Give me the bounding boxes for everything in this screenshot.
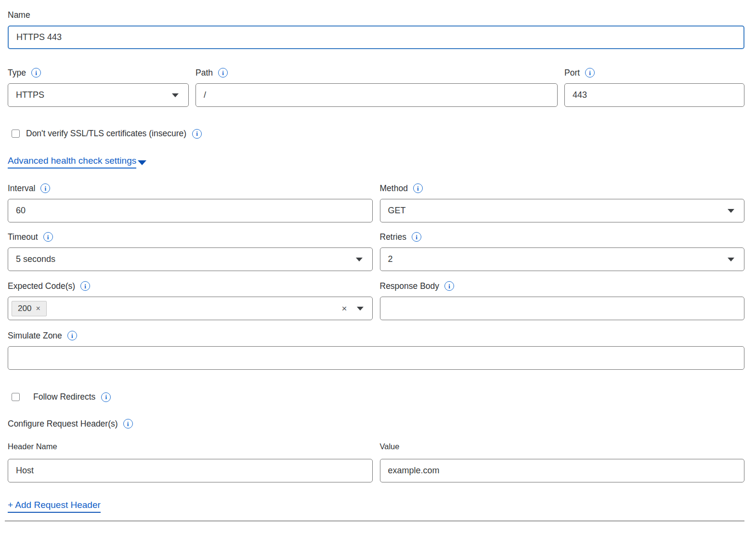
- follow-redirects-label: Follow Redirects: [33, 392, 95, 402]
- port-info-icon[interactable]: i: [585, 68, 595, 78]
- port-input[interactable]: [564, 83, 744, 107]
- response-body-input[interactable]: [380, 297, 745, 320]
- remove-tag-icon[interactable]: ×: [36, 305, 40, 312]
- type-path-port-row: Type i HTTPS Path i Port i: [8, 67, 744, 107]
- add-request-header-link[interactable]: + Add Request Header: [8, 500, 101, 513]
- timeout-label: Timeout: [8, 232, 38, 242]
- interval-method-row: Interval i Method i GET: [8, 183, 744, 222]
- section-divider: [5, 520, 744, 521]
- path-info-icon[interactable]: i: [218, 68, 228, 78]
- simulate-zone-input[interactable]: [8, 346, 744, 370]
- method-label-row: Method i: [380, 183, 745, 194]
- multiselect-controls: ×: [341, 304, 363, 313]
- expected-codes-field-group: Expected Code(s) i 200 × ×: [8, 281, 373, 320]
- port-label-row: Port i: [564, 67, 744, 78]
- follow-redirects-checkbox[interactable]: [12, 393, 20, 401]
- interval-input[interactable]: [8, 199, 373, 222]
- retries-select-value: 2: [388, 254, 393, 264]
- request-headers-label-row: Configure Request Header(s) i: [8, 418, 744, 429]
- advanced-settings-link-label: Advanced health check settings: [8, 156, 136, 169]
- interval-label-row: Interval i: [8, 183, 373, 194]
- retries-select[interactable]: 2: [380, 247, 745, 271]
- ssl-verify-checkbox[interactable]: [12, 130, 20, 138]
- timeout-label-row: Timeout i: [8, 232, 373, 242]
- header-row-labels: Header Name Value: [8, 442, 744, 482]
- type-label: Type: [8, 67, 26, 78]
- response-body-info-icon[interactable]: i: [444, 281, 454, 291]
- type-select[interactable]: HTTPS: [8, 83, 189, 107]
- path-input[interactable]: [196, 83, 558, 107]
- response-body-label: Response Body: [380, 281, 440, 291]
- timeout-retries-row: Timeout i 5 seconds Retries i 2: [8, 232, 744, 271]
- name-label: Name: [8, 10, 30, 20]
- name-label-row: Name: [8, 10, 744, 20]
- simulate-zone-info-icon[interactable]: i: [67, 331, 77, 340]
- ssl-verify-checkbox-row: Don't verify SSL/TLS certificates (insec…: [12, 129, 744, 139]
- type-label-row: Type i: [8, 67, 189, 78]
- response-body-label-row: Response Body i: [380, 281, 745, 291]
- timeout-select[interactable]: 5 seconds: [8, 247, 373, 271]
- path-field-group: Path i: [196, 67, 558, 107]
- method-label: Method: [380, 183, 408, 194]
- chevron-down-icon: [728, 258, 734, 261]
- retries-label: Retries: [380, 232, 406, 242]
- method-select[interactable]: GET: [380, 199, 745, 222]
- simulate-zone-label: Simulate Zone: [8, 330, 62, 341]
- expected-codes-multiselect[interactable]: 200 × ×: [8, 297, 373, 320]
- request-headers-label: Configure Request Header(s): [8, 418, 118, 429]
- ssl-verify-checkbox-label: Don't verify SSL/TLS certificates (insec…: [26, 129, 186, 139]
- expected-code-tag: 200 ×: [12, 301, 47, 316]
- type-field-group: Type i HTTPS: [8, 67, 189, 107]
- interval-field-group: Interval i: [8, 183, 373, 222]
- header-value-input[interactable]: [380, 459, 745, 482]
- port-field-group: Port i: [564, 67, 744, 107]
- chevron-down-icon: [172, 93, 179, 97]
- expected-codes-label-row: Expected Code(s) i: [8, 281, 373, 291]
- chevron-down-icon: [357, 307, 364, 311]
- retries-label-row: Retries i: [380, 232, 745, 242]
- simulate-zone-label-row: Simulate Zone i: [8, 330, 744, 341]
- port-label: Port: [564, 67, 580, 78]
- interval-info-icon[interactable]: i: [40, 183, 50, 193]
- header-value-label: Value: [380, 442, 745, 451]
- expected-codes-label: Expected Code(s): [8, 281, 75, 291]
- path-label: Path: [196, 67, 213, 78]
- interval-label: Interval: [8, 183, 35, 194]
- timeout-field-group: Timeout i 5 seconds: [8, 232, 373, 271]
- simulate-zone-field-group: Simulate Zone i: [8, 330, 744, 370]
- method-field-group: Method i GET: [380, 183, 745, 222]
- type-select-value: HTTPS: [16, 90, 44, 100]
- retries-info-icon[interactable]: i: [412, 232, 421, 242]
- header-name-label: Header Name: [8, 442, 373, 451]
- codes-body-row: Expected Code(s) i 200 × × Response Body…: [8, 281, 744, 320]
- advanced-settings-link[interactable]: Advanced health check settings: [8, 156, 146, 169]
- type-info-icon[interactable]: i: [31, 68, 41, 78]
- request-headers-info-icon[interactable]: i: [123, 419, 133, 429]
- timeout-select-value: 5 seconds: [16, 254, 55, 264]
- chevron-down-icon: [138, 160, 146, 165]
- name-field-group: Name: [8, 10, 744, 49]
- response-body-field-group: Response Body i: [380, 281, 745, 320]
- follow-redirects-info-icon[interactable]: i: [101, 392, 111, 402]
- chevron-down-icon: [728, 209, 734, 213]
- name-input[interactable]: [8, 26, 744, 49]
- expected-code-tag-value: 200: [18, 304, 31, 313]
- chevron-down-icon: [356, 258, 363, 261]
- header-name-input[interactable]: [8, 459, 373, 482]
- clear-all-icon[interactable]: ×: [341, 304, 347, 313]
- ssl-verify-info-icon[interactable]: i: [192, 129, 202, 139]
- follow-redirects-row: Follow Redirects i: [12, 392, 744, 402]
- path-label-row: Path i: [196, 67, 558, 78]
- method-select-value: GET: [388, 206, 406, 216]
- retries-field-group: Retries i 2: [380, 232, 745, 271]
- method-info-icon[interactable]: i: [413, 183, 423, 193]
- health-check-form: Name Type i HTTPS Path i Port i: [0, 0, 756, 521]
- expected-codes-info-icon[interactable]: i: [80, 281, 90, 291]
- timeout-info-icon[interactable]: i: [43, 232, 53, 242]
